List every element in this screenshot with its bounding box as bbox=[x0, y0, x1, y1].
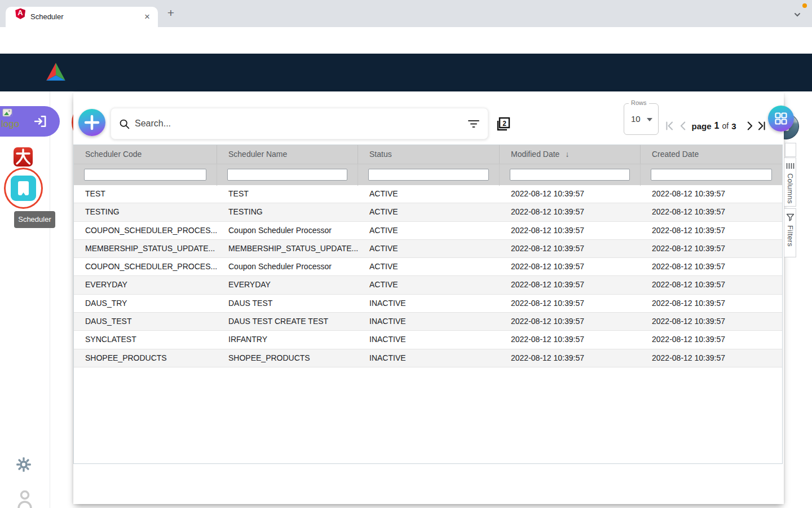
cell-modified-date: 2022-08-12 10:39:57 bbox=[500, 349, 641, 367]
page-word: page bbox=[692, 121, 712, 131]
search-icon bbox=[118, 118, 130, 130]
page-current: 1 bbox=[714, 121, 720, 131]
column-header-scheduler-name[interactable]: Scheduler Name bbox=[217, 145, 358, 164]
logo-alt-text: logo bbox=[1, 119, 19, 130]
akaun-logo-icon bbox=[45, 62, 67, 82]
cell-status: ACTIVE bbox=[358, 276, 500, 294]
table-row[interactable]: EVERYDAYEVERYDAYACTIVE2022-08-12 10:39:5… bbox=[74, 276, 782, 294]
last-page-button[interactable] bbox=[756, 120, 768, 132]
filter-funnel-icon bbox=[786, 213, 795, 221]
search-bar bbox=[111, 108, 488, 139]
columns-panel-tab[interactable]: Columns bbox=[784, 157, 796, 207]
columns-tab-label: Columns bbox=[786, 173, 795, 204]
table-row[interactable]: COUPON_SCHEDULER_PROCES...Coupon Schedul… bbox=[74, 258, 782, 276]
cell-created-date: 2022-08-12 10:39:57 bbox=[641, 331, 782, 348]
broken-image-icon bbox=[2, 108, 15, 119]
cell-created-date: 2022-08-12 10:39:57 bbox=[641, 222, 782, 239]
cell-created-date: 2022-08-12 10:39:57 bbox=[641, 276, 782, 294]
of-word: of bbox=[722, 121, 729, 130]
cell-created-date: 2022-08-12 10:39:57 bbox=[641, 295, 782, 312]
scheduler-tooltip: Scheduler bbox=[14, 211, 55, 228]
add-scheduler-button[interactable] bbox=[78, 109, 105, 136]
next-page-button[interactable] bbox=[743, 120, 756, 132]
columns-icon bbox=[785, 163, 795, 169]
login-icon[interactable] bbox=[33, 113, 48, 129]
cell-modified-date: 2022-08-12 10:39:57 bbox=[500, 240, 641, 257]
tab-close-icon[interactable]: × bbox=[141, 11, 153, 23]
column-filter-input-modified-date[interactable] bbox=[510, 169, 630, 181]
cell-status: ACTIVE bbox=[358, 203, 500, 221]
column-filter-input-scheduler-code[interactable] bbox=[84, 169, 206, 181]
table-filter-row bbox=[74, 164, 782, 185]
cell-status: ACTIVE bbox=[358, 258, 500, 275]
table-row[interactable]: MEMBERSHIP_STATUS_UPDATE...MEMBERSHIP_ST… bbox=[74, 240, 782, 258]
cell-status: INACTIVE bbox=[358, 313, 500, 330]
column-header-scheduler-code[interactable]: Scheduler Code bbox=[74, 145, 217, 164]
update-indicator-dot bbox=[802, 3, 807, 8]
table-row[interactable]: TESTINGTESTINGACTIVE2022-08-12 10:39:572… bbox=[74, 203, 782, 221]
column-header-created-date[interactable]: Created Date bbox=[641, 145, 782, 164]
cell-scheduler-name: MEMBERSHIP_STATUS_UPDATE... bbox=[217, 240, 358, 257]
table-row[interactable]: COUPON_SCHEDULER_PROCES...Coupon Schedul… bbox=[74, 222, 782, 240]
cell-modified-date: 2022-08-12 10:39:57 bbox=[500, 313, 641, 330]
settings-gear-icon[interactable] bbox=[16, 457, 32, 472]
svg-text:2: 2 bbox=[502, 120, 506, 128]
cell-status: ACTIVE bbox=[358, 222, 500, 239]
new-tab-button[interactable]: + bbox=[164, 6, 178, 20]
cell-status: ACTIVE bbox=[358, 185, 500, 203]
filter-cell-scheduler-code bbox=[74, 164, 217, 186]
table-row[interactable]: SHOPEE_PRODUCTSSHOPEE_PRODUCTSINACTIVE20… bbox=[74, 349, 782, 367]
table-row[interactable]: TESTTESTACTIVE2022-08-12 10:39:572022-08… bbox=[74, 185, 782, 203]
cell-status: INACTIVE bbox=[358, 349, 500, 367]
rows-value: 10 bbox=[631, 114, 641, 124]
cell-created-date: 2022-08-12 10:39:57 bbox=[641, 185, 782, 203]
cell-scheduler-code: COUPON_SCHEDULER_PROCES... bbox=[74, 258, 217, 275]
sidebar-divider bbox=[50, 91, 50, 508]
app-header: akaun bbox=[0, 54, 812, 91]
cell-scheduler-name: DAUS TEST bbox=[217, 295, 358, 312]
rows-caret-icon bbox=[647, 118, 652, 121]
cell-scheduler-code: TESTING bbox=[74, 203, 217, 221]
cell-scheduler-name: Coupon Scheduler Processor bbox=[217, 258, 358, 275]
filters-panel-tab[interactable]: Filters bbox=[784, 208, 796, 257]
cell-created-date: 2022-08-12 10:39:57 bbox=[641, 313, 782, 330]
cell-scheduler-code: DAUS_TRY bbox=[74, 295, 217, 312]
column-header-label: Scheduler Name bbox=[228, 150, 287, 159]
tab-search-chevron-icon[interactable] bbox=[793, 10, 802, 19]
pdf-applet-icon[interactable] bbox=[14, 147, 33, 167]
account-person-icon[interactable] bbox=[17, 490, 33, 508]
tab-title: Scheduler bbox=[30, 12, 64, 21]
table-row[interactable]: DAUS_TESTDAUS TEST CREATE TESTINACTIVE20… bbox=[74, 313, 782, 331]
cell-created-date: 2022-08-12 10:39:57 bbox=[641, 240, 782, 257]
rows-per-page-select[interactable]: Rows 10 bbox=[624, 103, 659, 135]
sort-descending-icon: ↓ bbox=[565, 150, 569, 159]
first-page-button[interactable] bbox=[663, 120, 676, 132]
filter-cell-scheduler-name bbox=[217, 164, 358, 186]
column-filter-input-status[interactable] bbox=[368, 169, 489, 181]
table-row[interactable]: SYNCLATESTIRFANTRYINACTIVE2022-08-12 10:… bbox=[74, 331, 782, 349]
pagination-label: page 1 of 3 bbox=[685, 119, 743, 133]
cell-status: INACTIVE bbox=[358, 331, 500, 348]
column-header-label: Created Date bbox=[652, 150, 699, 159]
column-header-label: Scheduler Code bbox=[85, 150, 142, 159]
column-header-modified-date[interactable]: Modified Date↓ bbox=[500, 145, 641, 164]
column-header-status[interactable]: Status bbox=[358, 145, 500, 164]
cell-scheduler-name: IRFANTRY bbox=[217, 331, 358, 348]
cell-modified-date: 2022-08-12 10:39:57 bbox=[500, 276, 641, 294]
apps-grid-button[interactable] bbox=[768, 106, 794, 132]
filters-tab-label: Filters bbox=[786, 225, 795, 247]
cell-scheduler-code: EVERYDAY bbox=[74, 276, 217, 294]
filter-lines-icon[interactable] bbox=[467, 119, 480, 129]
browser-tab[interactable]: A Scheduler × bbox=[6, 7, 158, 27]
column-filter-input-created-date[interactable] bbox=[651, 169, 772, 181]
tenant-logo-banner[interactable]: logo bbox=[0, 106, 60, 137]
search-input[interactable] bbox=[135, 116, 451, 131]
table-row[interactable]: DAUS_TRYDAUS TESTINACTIVE2022-08-12 10:3… bbox=[74, 295, 782, 313]
cell-scheduler-name: Coupon Scheduler Processor bbox=[217, 222, 358, 239]
table-scrollbar-corner[interactable] bbox=[785, 143, 796, 157]
column-filter-input-scheduler-name[interactable] bbox=[227, 169, 347, 181]
cell-created-date: 2022-08-12 10:39:57 bbox=[641, 258, 782, 275]
layers-2-icon[interactable]: 2 bbox=[494, 116, 511, 133]
cell-scheduler-code: SHOPEE_PRODUCTS bbox=[74, 349, 217, 367]
column-header-label: Modified Date bbox=[511, 150, 559, 159]
